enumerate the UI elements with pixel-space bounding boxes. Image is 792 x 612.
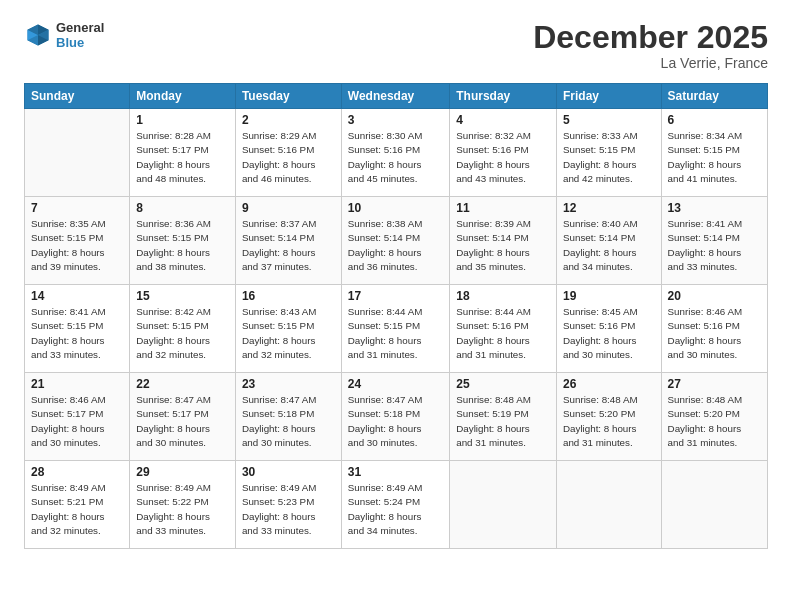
day-info: Sunrise: 8:49 AMSunset: 5:22 PMDaylight:… bbox=[136, 481, 229, 538]
day-number: 18 bbox=[456, 289, 550, 303]
day-number: 13 bbox=[668, 201, 761, 215]
day-info: Sunrise: 8:47 AMSunset: 5:18 PMDaylight:… bbox=[348, 393, 443, 450]
day-number: 7 bbox=[31, 201, 123, 215]
day-info: Sunrise: 8:39 AMSunset: 5:14 PMDaylight:… bbox=[456, 217, 550, 274]
calendar-cell bbox=[450, 461, 557, 549]
calendar-cell: 21Sunrise: 8:46 AMSunset: 5:17 PMDayligh… bbox=[25, 373, 130, 461]
col-friday: Friday bbox=[556, 84, 661, 109]
calendar-cell: 19Sunrise: 8:45 AMSunset: 5:16 PMDayligh… bbox=[556, 285, 661, 373]
day-number: 1 bbox=[136, 113, 229, 127]
calendar-cell bbox=[661, 461, 767, 549]
day-info: Sunrise: 8:30 AMSunset: 5:16 PMDaylight:… bbox=[348, 129, 443, 186]
calendar-cell: 9Sunrise: 8:37 AMSunset: 5:14 PMDaylight… bbox=[235, 197, 341, 285]
day-number: 25 bbox=[456, 377, 550, 391]
calendar-cell: 2Sunrise: 8:29 AMSunset: 5:16 PMDaylight… bbox=[235, 109, 341, 197]
day-number: 8 bbox=[136, 201, 229, 215]
col-saturday: Saturday bbox=[661, 84, 767, 109]
day-number: 26 bbox=[563, 377, 655, 391]
col-monday: Monday bbox=[130, 84, 236, 109]
col-wednesday: Wednesday bbox=[341, 84, 449, 109]
day-info: Sunrise: 8:48 AMSunset: 5:20 PMDaylight:… bbox=[563, 393, 655, 450]
calendar-cell: 5Sunrise: 8:33 AMSunset: 5:15 PMDaylight… bbox=[556, 109, 661, 197]
day-number: 21 bbox=[31, 377, 123, 391]
calendar-cell: 3Sunrise: 8:30 AMSunset: 5:16 PMDaylight… bbox=[341, 109, 449, 197]
day-info: Sunrise: 8:49 AMSunset: 5:23 PMDaylight:… bbox=[242, 481, 335, 538]
calendar-week-2: 14Sunrise: 8:41 AMSunset: 5:15 PMDayligh… bbox=[25, 285, 768, 373]
calendar-cell: 13Sunrise: 8:41 AMSunset: 5:14 PMDayligh… bbox=[661, 197, 767, 285]
title-block: December 2025 La Verrie, France bbox=[533, 20, 768, 71]
calendar-cell: 17Sunrise: 8:44 AMSunset: 5:15 PMDayligh… bbox=[341, 285, 449, 373]
day-number: 23 bbox=[242, 377, 335, 391]
day-number: 5 bbox=[563, 113, 655, 127]
day-number: 30 bbox=[242, 465, 335, 479]
calendar-cell: 10Sunrise: 8:38 AMSunset: 5:14 PMDayligh… bbox=[341, 197, 449, 285]
day-number: 11 bbox=[456, 201, 550, 215]
day-info: Sunrise: 8:48 AMSunset: 5:20 PMDaylight:… bbox=[668, 393, 761, 450]
month-title: December 2025 bbox=[533, 20, 768, 55]
day-number: 27 bbox=[668, 377, 761, 391]
day-info: Sunrise: 8:34 AMSunset: 5:15 PMDaylight:… bbox=[668, 129, 761, 186]
logo-blue: Blue bbox=[56, 35, 104, 50]
col-sunday: Sunday bbox=[25, 84, 130, 109]
calendar-cell: 24Sunrise: 8:47 AMSunset: 5:18 PMDayligh… bbox=[341, 373, 449, 461]
calendar-cell bbox=[25, 109, 130, 197]
calendar-cell: 12Sunrise: 8:40 AMSunset: 5:14 PMDayligh… bbox=[556, 197, 661, 285]
day-info: Sunrise: 8:41 AMSunset: 5:14 PMDaylight:… bbox=[668, 217, 761, 274]
day-number: 2 bbox=[242, 113, 335, 127]
day-info: Sunrise: 8:35 AMSunset: 5:15 PMDaylight:… bbox=[31, 217, 123, 274]
day-number: 31 bbox=[348, 465, 443, 479]
day-info: Sunrise: 8:32 AMSunset: 5:16 PMDaylight:… bbox=[456, 129, 550, 186]
calendar-cell: 18Sunrise: 8:44 AMSunset: 5:16 PMDayligh… bbox=[450, 285, 557, 373]
day-info: Sunrise: 8:48 AMSunset: 5:19 PMDaylight:… bbox=[456, 393, 550, 450]
day-info: Sunrise: 8:42 AMSunset: 5:15 PMDaylight:… bbox=[136, 305, 229, 362]
day-number: 19 bbox=[563, 289, 655, 303]
logo-general: General bbox=[56, 20, 104, 35]
calendar-cell: 31Sunrise: 8:49 AMSunset: 5:24 PMDayligh… bbox=[341, 461, 449, 549]
location: La Verrie, France bbox=[533, 55, 768, 71]
day-info: Sunrise: 8:29 AMSunset: 5:16 PMDaylight:… bbox=[242, 129, 335, 186]
day-number: 24 bbox=[348, 377, 443, 391]
calendar-cell: 7Sunrise: 8:35 AMSunset: 5:15 PMDaylight… bbox=[25, 197, 130, 285]
calendar-cell: 14Sunrise: 8:41 AMSunset: 5:15 PMDayligh… bbox=[25, 285, 130, 373]
calendar-cell: 26Sunrise: 8:48 AMSunset: 5:20 PMDayligh… bbox=[556, 373, 661, 461]
day-number: 16 bbox=[242, 289, 335, 303]
calendar-cell: 8Sunrise: 8:36 AMSunset: 5:15 PMDaylight… bbox=[130, 197, 236, 285]
col-thursday: Thursday bbox=[450, 84, 557, 109]
day-info: Sunrise: 8:47 AMSunset: 5:17 PMDaylight:… bbox=[136, 393, 229, 450]
col-tuesday: Tuesday bbox=[235, 84, 341, 109]
day-number: 20 bbox=[668, 289, 761, 303]
calendar-cell: 15Sunrise: 8:42 AMSunset: 5:15 PMDayligh… bbox=[130, 285, 236, 373]
calendar-week-4: 28Sunrise: 8:49 AMSunset: 5:21 PMDayligh… bbox=[25, 461, 768, 549]
calendar-cell: 30Sunrise: 8:49 AMSunset: 5:23 PMDayligh… bbox=[235, 461, 341, 549]
day-number: 12 bbox=[563, 201, 655, 215]
day-info: Sunrise: 8:41 AMSunset: 5:15 PMDaylight:… bbox=[31, 305, 123, 362]
day-number: 9 bbox=[242, 201, 335, 215]
calendar-cell: 22Sunrise: 8:47 AMSunset: 5:17 PMDayligh… bbox=[130, 373, 236, 461]
day-number: 14 bbox=[31, 289, 123, 303]
calendar-cell: 28Sunrise: 8:49 AMSunset: 5:21 PMDayligh… bbox=[25, 461, 130, 549]
calendar-cell: 23Sunrise: 8:47 AMSunset: 5:18 PMDayligh… bbox=[235, 373, 341, 461]
day-info: Sunrise: 8:28 AMSunset: 5:17 PMDaylight:… bbox=[136, 129, 229, 186]
calendar-week-3: 21Sunrise: 8:46 AMSunset: 5:17 PMDayligh… bbox=[25, 373, 768, 461]
day-number: 10 bbox=[348, 201, 443, 215]
day-info: Sunrise: 8:44 AMSunset: 5:16 PMDaylight:… bbox=[456, 305, 550, 362]
calendar-cell: 11Sunrise: 8:39 AMSunset: 5:14 PMDayligh… bbox=[450, 197, 557, 285]
header: General Blue December 2025 La Verrie, Fr… bbox=[24, 20, 768, 71]
day-number: 17 bbox=[348, 289, 443, 303]
day-info: Sunrise: 8:45 AMSunset: 5:16 PMDaylight:… bbox=[563, 305, 655, 362]
calendar: Sunday Monday Tuesday Wednesday Thursday… bbox=[24, 83, 768, 549]
day-number: 4 bbox=[456, 113, 550, 127]
day-number: 28 bbox=[31, 465, 123, 479]
calendar-week-1: 7Sunrise: 8:35 AMSunset: 5:15 PMDaylight… bbox=[25, 197, 768, 285]
logo-text: General Blue bbox=[56, 20, 104, 50]
day-info: Sunrise: 8:36 AMSunset: 5:15 PMDaylight:… bbox=[136, 217, 229, 274]
day-number: 6 bbox=[668, 113, 761, 127]
day-info: Sunrise: 8:33 AMSunset: 5:15 PMDaylight:… bbox=[563, 129, 655, 186]
day-number: 3 bbox=[348, 113, 443, 127]
logo-icon bbox=[24, 21, 52, 49]
day-info: Sunrise: 8:38 AMSunset: 5:14 PMDaylight:… bbox=[348, 217, 443, 274]
day-info: Sunrise: 8:44 AMSunset: 5:15 PMDaylight:… bbox=[348, 305, 443, 362]
calendar-cell: 4Sunrise: 8:32 AMSunset: 5:16 PMDaylight… bbox=[450, 109, 557, 197]
day-info: Sunrise: 8:46 AMSunset: 5:17 PMDaylight:… bbox=[31, 393, 123, 450]
calendar-cell: 25Sunrise: 8:48 AMSunset: 5:19 PMDayligh… bbox=[450, 373, 557, 461]
